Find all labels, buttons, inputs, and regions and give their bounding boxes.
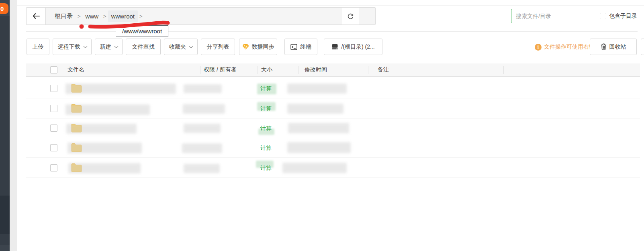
table-row[interactable]: 计算: [26, 79, 640, 98]
clipped-edge-button[interactable]: [641, 39, 644, 55]
sidebar-bottom-segment: [0, 245, 10, 251]
content-gutter: [10, 0, 17, 251]
refresh-button[interactable]: [342, 7, 359, 25]
right-click-tip: i 文件操作可使用右键: [535, 43, 595, 51]
search-box: 包含子目录: [511, 9, 644, 23]
column-header-name[interactable]: 文件名: [67, 66, 84, 74]
tip-text: 文件操作可使用右键: [544, 43, 595, 51]
data-sync-label: 数据同步: [252, 43, 274, 51]
card-top-divider: [17, 5, 644, 6]
arrow-left-icon: [33, 13, 40, 19]
row-checkbox[interactable]: [50, 85, 57, 92]
calc-size-link[interactable]: 计算: [260, 85, 272, 92]
new-label: 新建: [100, 43, 111, 51]
breadcrumb-separator: >: [139, 13, 143, 19]
file-find-label: 文件查找: [132, 43, 155, 51]
recycle-bin-button[interactable]: 回收站: [590, 39, 637, 55]
remote-download-label: 远程下载: [58, 43, 80, 51]
chevron-down-icon: [114, 44, 118, 48]
table-row[interactable]: 计算: [26, 99, 640, 118]
row-checkbox[interactable]: [50, 124, 57, 132]
disk-select-button[interactable]: /(根目录) (2...: [324, 39, 382, 55]
breadcrumb-item-root[interactable]: 根目录: [51, 10, 76, 22]
share-list-label: 分享列表: [207, 43, 229, 51]
trash-icon: [601, 43, 607, 50]
disk-select-label: /(根目录) (2...: [341, 43, 374, 51]
chevron-down-icon: [83, 44, 87, 48]
favorites-button[interactable]: 收藏夹: [164, 39, 198, 55]
favorites-label: 收藏夹: [169, 43, 186, 51]
info-icon: i: [535, 44, 542, 51]
file-find-button[interactable]: 文件查找: [126, 39, 161, 55]
upload-button[interactable]: 上传: [27, 39, 49, 55]
include-subdir-label: 包含子目录: [609, 12, 637, 20]
gem-icon: [242, 44, 249, 50]
row-checkbox[interactable]: [50, 105, 57, 112]
column-header-permission[interactable]: 权限 / 所有者: [200, 66, 237, 74]
path-tooltip: /www/wwwroot: [116, 25, 168, 37]
search-input[interactable]: [516, 13, 596, 19]
upload-label: 上传: [33, 43, 44, 51]
calc-size-link[interactable]: 计算: [260, 125, 272, 132]
calc-size-link[interactable]: 计算: [260, 105, 272, 112]
back-button[interactable]: [26, 7, 46, 25]
calc-size-link[interactable]: 计算: [260, 165, 272, 172]
breadcrumb-item-www[interactable]: www: [82, 10, 102, 22]
column-header-size[interactable]: 大小: [258, 66, 272, 74]
new-button[interactable]: 新建: [95, 39, 123, 55]
sidebar-selected-segment[interactable]: [0, 196, 10, 234]
breadcrumb-items: 根目录 > www > wwwroot >: [51, 10, 144, 22]
table-row[interactable]: 计算: [26, 138, 640, 158]
file-manager-screen: 0 根目录 > www > wwwroot >: [0, 0, 644, 251]
notification-badge[interactable]: 0: [0, 3, 8, 14]
table-row[interactable]: 计算: [26, 118, 640, 138]
column-header-remark[interactable]: 备注: [368, 66, 389, 74]
terminal-button[interactable]: 终端: [284, 39, 317, 55]
remote-download-button[interactable]: 远程下载: [53, 39, 92, 55]
breadcrumb-separator: >: [103, 13, 106, 19]
refresh-icon: [347, 12, 354, 20]
include-subdir-option[interactable]: 包含子目录: [600, 12, 637, 20]
content-card: 根目录 > www > wwwroot > 上传 远程下载 新建 文件查找 收藏…: [17, 0, 644, 251]
recycle-bin-label: 回收站: [609, 43, 626, 51]
breadcrumb-separator: >: [78, 13, 81, 19]
share-list-button[interactable]: 分享列表: [201, 39, 235, 55]
table-row[interactable]: 计算: [26, 158, 640, 178]
breadcrumb-item-wwwroot[interactable]: wwwroot: [108, 10, 138, 22]
calc-size-link[interactable]: 计算: [260, 145, 272, 152]
include-subdir-checkbox[interactable]: [600, 13, 606, 19]
terminal-label: 终端: [300, 43, 311, 51]
row-checkbox[interactable]: [50, 144, 57, 151]
left-sidebar: [0, 0, 10, 251]
select-all-checkbox[interactable]: [50, 66, 57, 73]
data-sync-button[interactable]: 数据同步: [239, 39, 277, 55]
column-header-extra: [503, 66, 505, 74]
row-checkbox[interactable]: [50, 164, 57, 171]
terminal-icon: [290, 44, 297, 50]
table-header: 文件名 权限 / 所有者 大小 修改时间 备注: [26, 63, 640, 77]
column-header-mtime[interactable]: 修改时间: [298, 66, 327, 74]
breadcrumb: 根目录 > www > wwwroot >: [26, 7, 376, 25]
disk-icon: [331, 44, 338, 50]
chevron-down-icon: [189, 44, 193, 48]
